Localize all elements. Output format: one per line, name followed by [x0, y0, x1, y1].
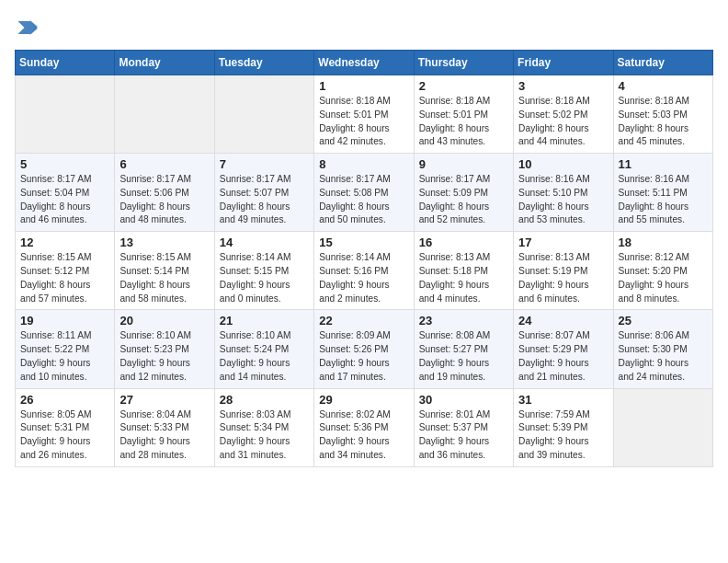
calendar-cell: 29Sunrise: 8:02 AM Sunset: 5:36 PM Dayli… [314, 388, 414, 466]
calendar-week-row: 5Sunrise: 8:17 AM Sunset: 5:04 PM Daylig… [16, 154, 713, 232]
day-number: 28 [220, 393, 309, 407]
day-info: Sunrise: 8:14 AM Sunset: 5:16 PM Dayligh… [319, 251, 408, 305]
day-number: 30 [419, 393, 508, 407]
calendar-cell: 27Sunrise: 8:04 AM Sunset: 5:33 PM Dayli… [115, 388, 214, 466]
calendar-cell [214, 75, 313, 154]
calendar-week-row: 26Sunrise: 8:05 AM Sunset: 5:31 PM Dayli… [16, 388, 713, 466]
day-number: 26 [20, 393, 109, 407]
calendar-cell: 6Sunrise: 8:17 AM Sunset: 5:06 PM Daylig… [115, 154, 214, 232]
calendar-cell [613, 388, 712, 466]
day-number: 23 [419, 314, 508, 327]
calendar-header-tuesday: Tuesday [214, 51, 313, 75]
calendar-cell: 23Sunrise: 8:08 AM Sunset: 5:27 PM Dayli… [414, 310, 513, 388]
calendar-cell: 30Sunrise: 8:01 AM Sunset: 5:37 PM Dayli… [414, 388, 513, 466]
day-number: 20 [119, 314, 209, 327]
logo-icon [15, 15, 40, 40]
day-number: 7 [220, 157, 309, 171]
calendar-cell: 9Sunrise: 8:17 AM Sunset: 5:09 PM Daylig… [414, 154, 513, 232]
calendar-cell [115, 75, 214, 154]
calendar-header-monday: Monday [115, 51, 214, 75]
day-number: 22 [319, 314, 408, 327]
day-info: Sunrise: 8:08 AM Sunset: 5:27 PM Dayligh… [419, 329, 508, 384]
calendar-table: SundayMondayTuesdayWednesdayThursdayFrid… [15, 50, 713, 467]
day-info: Sunrise: 8:18 AM Sunset: 5:01 PM Dayligh… [419, 95, 508, 149]
day-info: Sunrise: 8:04 AM Sunset: 5:33 PM Dayligh… [119, 408, 209, 463]
day-number: 3 [518, 79, 608, 93]
day-info: Sunrise: 8:14 AM Sunset: 5:15 PM Dayligh… [220, 251, 309, 305]
day-number: 31 [518, 393, 608, 407]
calendar-cell: 7Sunrise: 8:17 AM Sunset: 5:07 PM Daylig… [214, 154, 313, 232]
logo [15, 15, 44, 40]
calendar-cell: 20Sunrise: 8:10 AM Sunset: 5:23 PM Dayli… [115, 310, 214, 388]
day-info: Sunrise: 7:59 AM Sunset: 5:39 PM Dayligh… [518, 408, 608, 463]
day-info: Sunrise: 8:18 AM Sunset: 5:01 PM Dayligh… [319, 95, 408, 149]
day-number: 4 [619, 79, 708, 93]
day-info: Sunrise: 8:12 AM Sunset: 5:20 PM Dayligh… [619, 251, 708, 305]
day-number: 9 [419, 157, 508, 171]
calendar-cell: 25Sunrise: 8:06 AM Sunset: 5:30 PM Dayli… [613, 310, 712, 388]
day-info: Sunrise: 8:17 AM Sunset: 5:07 PM Dayligh… [220, 173, 309, 227]
calendar-cell: 8Sunrise: 8:17 AM Sunset: 5:08 PM Daylig… [314, 154, 414, 232]
calendar-cell [16, 75, 115, 154]
day-info: Sunrise: 8:10 AM Sunset: 5:23 PM Dayligh… [119, 329, 209, 384]
day-info: Sunrise: 8:10 AM Sunset: 5:24 PM Dayligh… [220, 329, 309, 384]
day-number: 29 [319, 393, 408, 407]
day-info: Sunrise: 8:13 AM Sunset: 5:19 PM Dayligh… [518, 251, 608, 305]
day-info: Sunrise: 8:01 AM Sunset: 5:37 PM Dayligh… [419, 408, 508, 463]
day-info: Sunrise: 8:03 AM Sunset: 5:34 PM Dayligh… [220, 408, 309, 463]
day-number: 16 [419, 236, 508, 249]
day-info: Sunrise: 8:18 AM Sunset: 5:03 PM Dayligh… [619, 95, 708, 149]
day-info: Sunrise: 8:11 AM Sunset: 5:22 PM Dayligh… [20, 329, 109, 384]
calendar-cell: 21Sunrise: 8:10 AM Sunset: 5:24 PM Dayli… [214, 310, 313, 388]
calendar-cell: 3Sunrise: 8:18 AM Sunset: 5:02 PM Daylig… [514, 75, 613, 154]
calendar-cell: 22Sunrise: 8:09 AM Sunset: 5:26 PM Dayli… [314, 310, 414, 388]
calendar-cell: 16Sunrise: 8:13 AM Sunset: 5:18 PM Dayli… [414, 232, 513, 310]
page-header [15, 15, 713, 40]
day-number: 25 [619, 314, 708, 327]
day-number: 14 [220, 236, 309, 249]
calendar-cell: 11Sunrise: 8:16 AM Sunset: 5:11 PM Dayli… [613, 154, 712, 232]
day-info: Sunrise: 8:16 AM Sunset: 5:10 PM Dayligh… [518, 173, 608, 227]
calendar-cell: 12Sunrise: 8:15 AM Sunset: 5:12 PM Dayli… [16, 232, 115, 310]
day-number: 6 [119, 157, 209, 171]
day-number: 10 [518, 157, 608, 171]
calendar-cell: 2Sunrise: 8:18 AM Sunset: 5:01 PM Daylig… [414, 75, 513, 154]
calendar-week-row: 19Sunrise: 8:11 AM Sunset: 5:22 PM Dayli… [16, 310, 713, 388]
day-number: 12 [20, 236, 109, 249]
calendar-header-thursday: Thursday [414, 51, 513, 75]
day-info: Sunrise: 8:17 AM Sunset: 5:06 PM Dayligh… [119, 173, 209, 227]
calendar-cell: 14Sunrise: 8:14 AM Sunset: 5:15 PM Dayli… [214, 232, 313, 310]
calendar-cell: 31Sunrise: 7:59 AM Sunset: 5:39 PM Dayli… [514, 388, 613, 466]
calendar-cell: 19Sunrise: 8:11 AM Sunset: 5:22 PM Dayli… [16, 310, 115, 388]
day-number: 2 [419, 79, 508, 93]
calendar-header-wednesday: Wednesday [314, 51, 414, 75]
day-number: 8 [319, 157, 408, 171]
day-info: Sunrise: 8:13 AM Sunset: 5:18 PM Dayligh… [419, 251, 508, 305]
calendar-cell: 1Sunrise: 8:18 AM Sunset: 5:01 PM Daylig… [314, 75, 414, 154]
day-number: 18 [619, 236, 708, 249]
day-info: Sunrise: 8:17 AM Sunset: 5:04 PM Dayligh… [20, 173, 109, 227]
day-info: Sunrise: 8:15 AM Sunset: 5:14 PM Dayligh… [119, 251, 209, 305]
calendar-cell: 17Sunrise: 8:13 AM Sunset: 5:19 PM Dayli… [514, 232, 613, 310]
day-info: Sunrise: 8:18 AM Sunset: 5:02 PM Dayligh… [518, 95, 608, 149]
calendar-cell: 13Sunrise: 8:15 AM Sunset: 5:14 PM Dayli… [115, 232, 214, 310]
calendar-cell: 4Sunrise: 8:18 AM Sunset: 5:03 PM Daylig… [613, 75, 712, 154]
day-number: 24 [518, 314, 608, 327]
day-number: 15 [319, 236, 408, 249]
day-info: Sunrise: 8:05 AM Sunset: 5:31 PM Dayligh… [20, 408, 109, 463]
calendar-cell: 18Sunrise: 8:12 AM Sunset: 5:20 PM Dayli… [613, 232, 712, 310]
calendar-header-row: SundayMondayTuesdayWednesdayThursdayFrid… [16, 51, 713, 75]
calendar-cell: 5Sunrise: 8:17 AM Sunset: 5:04 PM Daylig… [16, 154, 115, 232]
day-number: 1 [319, 79, 408, 93]
day-info: Sunrise: 8:06 AM Sunset: 5:30 PM Dayligh… [619, 329, 708, 384]
day-number: 5 [20, 157, 109, 171]
day-info: Sunrise: 8:16 AM Sunset: 5:11 PM Dayligh… [619, 173, 708, 227]
day-info: Sunrise: 8:17 AM Sunset: 5:08 PM Dayligh… [319, 173, 408, 227]
day-number: 11 [619, 157, 708, 171]
day-number: 17 [518, 236, 608, 249]
calendar-header-sunday: Sunday [16, 51, 115, 75]
calendar-header-friday: Friday [514, 51, 613, 75]
calendar-week-row: 1Sunrise: 8:18 AM Sunset: 5:01 PM Daylig… [16, 75, 713, 154]
calendar-cell: 24Sunrise: 8:07 AM Sunset: 5:29 PM Dayli… [514, 310, 613, 388]
day-info: Sunrise: 8:09 AM Sunset: 5:26 PM Dayligh… [319, 329, 408, 384]
